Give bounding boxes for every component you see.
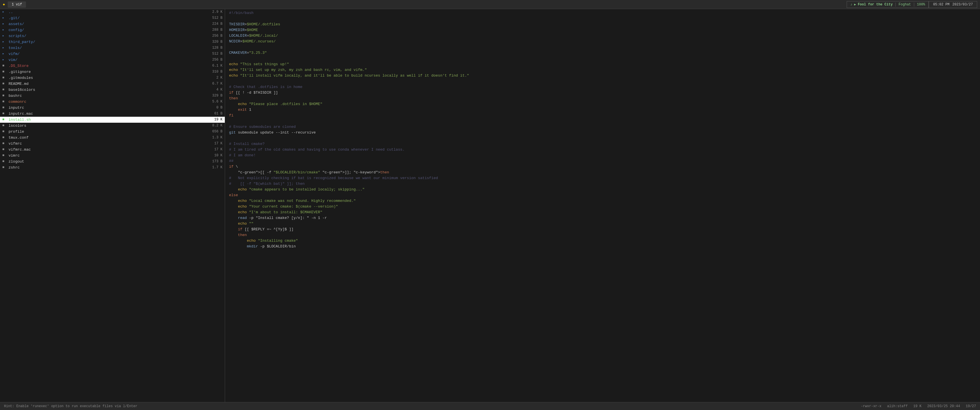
- list-item[interactable]: ■ README.md 6.7 K: [0, 81, 225, 87]
- list-item[interactable]: ■ lscolors 8.2 K: [0, 123, 225, 129]
- top-bar-right: ♪ ▶ Fool for the City Foghat 100% 05:02 …: [847, 1, 977, 8]
- code-line: CMAKEVER="3.25.3": [229, 50, 976, 56]
- music-note-icon: ♪: [850, 3, 853, 6]
- file-name: inputrc.mac: [8, 111, 200, 116]
- list-item[interactable]: ■ vifmrc 17 K: [0, 141, 225, 147]
- file-size: 288 B: [200, 27, 223, 33]
- list-item[interactable]: ■ tmux.conf 1.3 K: [0, 135, 225, 141]
- list-item[interactable]: ■ .DS_Store 6.1 K: [0, 63, 225, 69]
- file-pane: ▸ .. 2.9 K ▸ .git/ 512 B ▸ assets/ 224 B…: [0, 9, 225, 402]
- file-type-icon: ▸: [2, 15, 7, 21]
- list-item[interactable]: ■ profile 656 B: [0, 129, 225, 135]
- file-size: 17 K: [200, 147, 223, 153]
- file-type-icon: ▸: [2, 27, 7, 33]
- filename-tab[interactable]: 1 vif: [8, 2, 26, 8]
- code-line: git submodule update --init --recursive: [229, 130, 976, 135]
- code-line: echo "cmake appears to be installed loca…: [229, 187, 976, 192]
- file-size: 8.2 K: [200, 123, 223, 129]
- file-name: lscolors: [8, 123, 200, 129]
- status-bar: Hint: Enable 'runexec' option to run exe…: [0, 402, 980, 410]
- code-line: read -p "Install cmake? [y/n]: " -n 1 -r: [229, 215, 976, 221]
- list-item[interactable]: ▸ assets/ 224 B: [0, 21, 225, 27]
- file-type-icon: ▸: [2, 45, 7, 51]
- code-line: #!/bin/bash: [229, 10, 976, 16]
- file-type-icon: ■: [2, 99, 7, 105]
- code-line: [229, 56, 976, 62]
- file-size: 0 B: [200, 105, 223, 110]
- list-item[interactable]: ▸ tools/ 128 B: [0, 45, 225, 51]
- file-size: 6.1 K: [200, 63, 223, 68]
- list-item[interactable]: ▸ .. 2.9 K: [0, 9, 225, 15]
- time-display: 05:02 PM: [933, 3, 950, 6]
- list-item[interactable]: ▸ scripts/ 256 B: [0, 33, 225, 39]
- file-type-icon: ▸: [2, 39, 7, 45]
- code-line: # Not explicitly checking if bat is reco…: [229, 175, 976, 181]
- file-type-icon: ▸: [2, 10, 7, 15]
- file-name: profile: [8, 129, 200, 134]
- file-type-icon: ■: [2, 147, 7, 153]
- file-name: .DS_Store: [8, 63, 200, 68]
- list-item[interactable]: ■ inputrc 0 B: [0, 105, 225, 111]
- list-item[interactable]: ▸ .git/ 512 B: [0, 15, 225, 21]
- list-item[interactable]: ■ zshrc 1.7 K: [0, 165, 225, 170]
- file-size: 320 B: [200, 39, 223, 45]
- code-line: if \: [229, 164, 976, 170]
- file-size: 2.9 K: [200, 10, 223, 15]
- list-item[interactable]: ■ .gitignore 310 B: [0, 69, 225, 75]
- list-item[interactable]: ■ vifmrc.mac 17 K: [0, 147, 225, 153]
- code-line: HOMEDIR=$HOME: [229, 27, 976, 33]
- file-name: bashrc: [8, 93, 200, 99]
- file-name: vim/: [8, 57, 200, 63]
- code-line: echo "This sets things up!": [229, 62, 976, 67]
- code-line: then: [229, 96, 976, 102]
- file-size: 2 K: [200, 75, 223, 81]
- file-name: tmux.conf: [8, 135, 200, 140]
- file-name: tools/: [8, 45, 200, 51]
- file-size: 10 K: [200, 153, 223, 158]
- file-name: README.md: [8, 81, 200, 87]
- file-type-icon: ■: [2, 141, 7, 146]
- list-item[interactable]: ■ .gitmodules 2 K: [0, 75, 225, 81]
- code-line: if [[ ! -d $THISDIR ]]: [229, 90, 976, 96]
- code-line: echo "Installing cmake": [229, 238, 976, 244]
- code-line: ##: [229, 158, 976, 164]
- file-type-icon: ▸: [2, 51, 7, 57]
- file-size: 61 B: [200, 111, 223, 116]
- list-item[interactable]: ■ install.sh 19 K: [0, 117, 225, 123]
- tab-indicator: ◆: [3, 2, 5, 6]
- song-title: Fool for the City: [858, 3, 892, 6]
- play-button[interactable]: ▶: [854, 3, 856, 6]
- top-bar: ◆ 1 vif ♪ ▶ Fool for the City Foghat 100…: [0, 0, 980, 9]
- list-item[interactable]: ■ zlogout 173 B: [0, 159, 225, 165]
- list-item[interactable]: ■ bashrc 329 B: [0, 93, 225, 99]
- file-size: 1.7 K: [200, 165, 223, 170]
- code-line: echo "Your current cmake: $(cmake --vers…: [229, 204, 976, 210]
- code-line: then: [229, 232, 976, 238]
- list-item[interactable]: ■ base16colors 4 K: [0, 87, 225, 93]
- list-item[interactable]: ▸ config/ 288 B: [0, 27, 225, 33]
- file-name: scripts/: [8, 33, 200, 39]
- file-name: assets/: [8, 21, 200, 27]
- file-type-icon: ■: [2, 135, 7, 140]
- file-size: 19 K: [200, 117, 223, 122]
- code-line: # Check that .dotfiles is in home: [229, 84, 976, 90]
- file-size: 17 K: [200, 141, 223, 146]
- file-name: .git/: [8, 15, 200, 21]
- file-size: 173 B: [200, 159, 223, 164]
- file-type-icon: ■: [2, 111, 7, 116]
- list-item[interactable]: ■ inputrc.mac 61 B: [0, 111, 225, 117]
- file-date: 2023/03/25 20:44: [927, 404, 960, 408]
- file-name: zshrc: [8, 165, 200, 170]
- list-item[interactable]: ■ vimrc 10 K: [0, 153, 225, 159]
- file-name: inputrc: [8, 105, 200, 110]
- clock-section: 05:02 PM 2023/03/27: [929, 1, 977, 8]
- code-line: echo "": [229, 221, 976, 227]
- file-type-icon: ■: [2, 81, 7, 87]
- code-line: [229, 118, 976, 124]
- list-item[interactable]: ▸ vifm/ 512 B: [0, 51, 225, 57]
- file-name: commonrc: [8, 99, 200, 105]
- list-item[interactable]: ▸ vim/ 256 B: [0, 57, 225, 63]
- list-item[interactable]: ▸ third_party/ 320 B: [0, 39, 225, 45]
- file-size: 512 B: [200, 15, 223, 21]
- list-item[interactable]: ■ commonrc 5.6 K: [0, 99, 225, 105]
